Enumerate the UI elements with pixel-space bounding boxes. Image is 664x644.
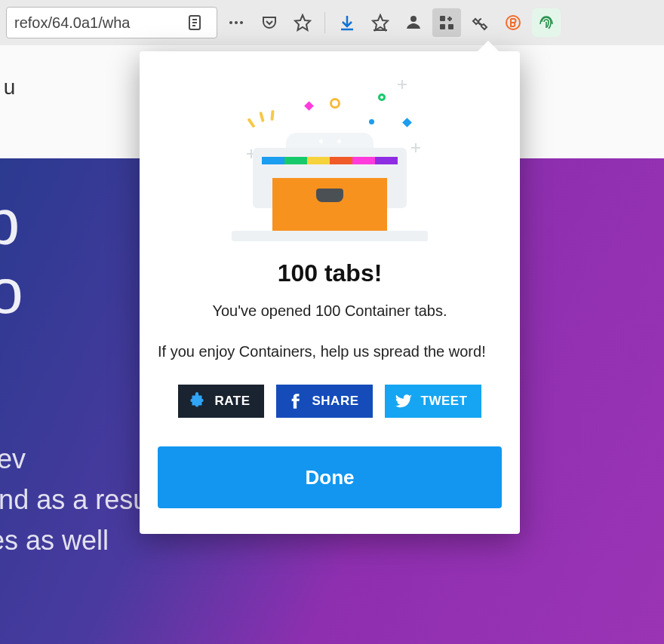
svg-rect-15 — [448, 24, 453, 29]
downloads-icon[interactable] — [333, 8, 361, 37]
milestone-popover: 100 tabs! You've opened 100 Container ta… — [140, 51, 520, 534]
twitter-icon — [394, 391, 413, 411]
puzzle-icon — [187, 391, 207, 411]
share-button-row: RATE SHARE TWEET — [158, 385, 502, 418]
bookmark-star-icon[interactable] — [288, 8, 317, 37]
fingerprint-icon[interactable] — [532, 8, 561, 37]
reader-mode-icon[interactable] — [180, 8, 209, 37]
svg-point-4 — [229, 21, 232, 24]
url-bar[interactable]: refox/64.0a1/wha — [6, 7, 217, 38]
extension-b-icon[interactable] — [499, 8, 527, 37]
svg-point-12 — [410, 16, 417, 22]
browser-toolbar: refox/64.0a1/wha — [0, 0, 664, 45]
svg-rect-13 — [440, 16, 445, 21]
separator — [324, 12, 325, 33]
svg-marker-10 — [373, 15, 388, 30]
popover-body: If you enjoy Containers, help us spread … — [158, 341, 502, 362]
done-button[interactable]: Done — [158, 446, 502, 508]
svg-rect-14 — [440, 24, 445, 29]
url-text: refox/64.0a1/wha — [14, 14, 173, 32]
tweet-label: TWEET — [421, 394, 468, 409]
stripe-bar — [262, 157, 398, 164]
share-label: SHARE — [312, 394, 359, 409]
rate-label: RATE — [214, 394, 250, 409]
containers-icon[interactable] — [432, 8, 461, 37]
svg-point-5 — [235, 21, 238, 24]
popover-subtitle: You've opened 100 Container tabs. — [158, 302, 502, 320]
library-icon[interactable] — [366, 8, 395, 37]
facebook-icon — [285, 391, 305, 411]
popover-title: 100 tabs! — [158, 259, 502, 287]
svg-point-6 — [240, 21, 243, 24]
pocket-icon[interactable] — [255, 8, 284, 37]
twitter-tweet-button[interactable]: TWEET — [385, 385, 481, 418]
rate-button[interactable]: RATE — [178, 385, 263, 418]
account-icon[interactable] — [399, 8, 428, 37]
devtools-wrench-icon[interactable] — [466, 8, 494, 37]
popover-illustration — [217, 74, 443, 247]
page-actions-icon[interactable] — [222, 8, 251, 37]
facebook-share-button[interactable]: SHARE — [276, 385, 373, 418]
svg-marker-7 — [295, 15, 310, 30]
